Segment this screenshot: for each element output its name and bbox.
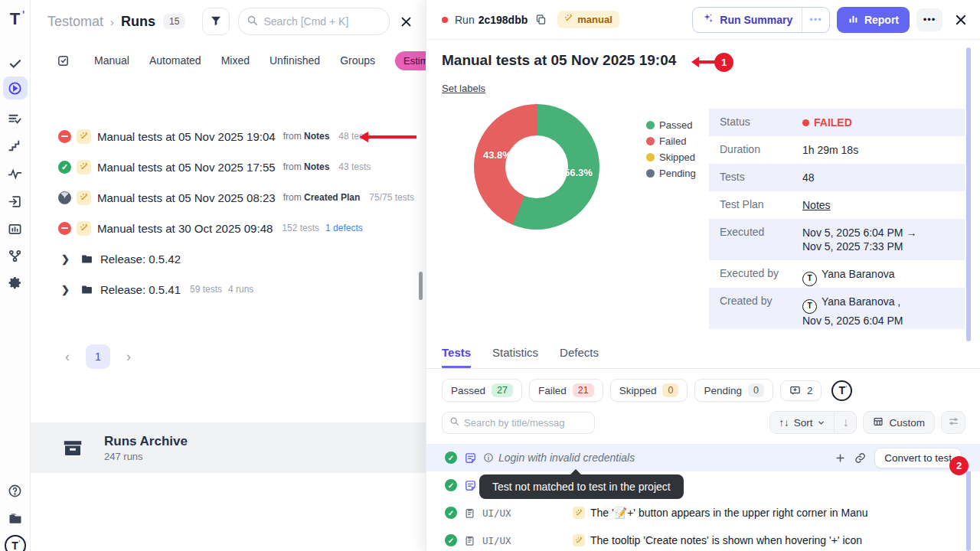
sort-direction-button[interactable]: ↓ (834, 412, 856, 433)
run-detail-panel: Run 2c198dbb manual Run Summary ••• Repo… (426, 0, 980, 551)
app-window: T' T' Testomat › Runs 15 Manual (0, 0, 980, 551)
user-avatar: T (802, 299, 817, 314)
test-row[interactable]: UI/UX The '📝+' button appears in the upp… (426, 499, 980, 527)
release-runs-count: 4 runs (228, 284, 253, 295)
sliders-icon (948, 416, 959, 430)
failed-percent-label: 43.8% (483, 149, 511, 161)
failed-dot-icon (442, 17, 448, 23)
pagination: ‹ 1 › (31, 343, 426, 370)
link-icon[interactable] (854, 452, 866, 464)
chip-failed[interactable]: Failed21 (529, 379, 603, 402)
breadcrumb-separator: › (110, 15, 114, 28)
user-avatar[interactable]: T' (3, 534, 28, 551)
chart-legend: Passed Failed Skipped Pending (646, 117, 696, 181)
copy-icon[interactable] (535, 14, 547, 25)
chip-pending[interactable]: Pending0 (694, 379, 773, 402)
chevron-right-icon[interactable]: ❯ (61, 284, 70, 295)
tab-manual[interactable]: Manual (94, 54, 129, 67)
list-scrollbar[interactable] (419, 272, 423, 300)
run-id: 2c198dbb (479, 14, 528, 26)
in-progress-status-icon (58, 191, 71, 204)
next-page-icon[interactable]: › (121, 349, 136, 365)
breadcrumb-app[interactable]: Testomat (47, 14, 103, 30)
set-labels-link[interactable]: Set labels (442, 83, 485, 94)
status-failed-value: FAILED (802, 109, 852, 129)
steps-nav-icon[interactable] (3, 135, 28, 158)
more-actions-button[interactable]: ••• (916, 8, 942, 31)
run-row[interactable]: Manual tests at 30 Oct 2025 09:48 152 te… (31, 213, 426, 243)
pending-count: 0 (748, 383, 764, 397)
display-settings-button[interactable] (941, 411, 965, 434)
add-icon[interactable] (835, 452, 846, 464)
test-list-nav-icon[interactable] (3, 107, 28, 130)
runs-archive[interactable]: Runs Archive 247 runs (31, 422, 426, 473)
prev-page-icon[interactable]: ‹ (60, 349, 75, 365)
note-icon (464, 452, 477, 465)
runs-nav-icon[interactable] (3, 77, 28, 99)
docs-folder-icon[interactable] (3, 507, 28, 530)
close-search-icon[interactable] (400, 15, 413, 28)
archive-count: 247 runs (104, 451, 188, 462)
chip-comments[interactable]: 2 (780, 380, 822, 401)
help-icon[interactable] (3, 479, 28, 502)
tab-defects[interactable]: Defects (560, 346, 599, 368)
tab-automated[interactable]: Automated (149, 54, 201, 67)
custom-view-button[interactable]: Custom (863, 411, 935, 434)
run-summary-more-icon[interactable]: ••• (802, 8, 829, 32)
legend-label: Passed (659, 119, 692, 131)
tests-search[interactable] (442, 412, 595, 434)
passed-count: 27 (492, 383, 513, 397)
run-title: Manual tests at 30 Oct 2025 09:48 (97, 222, 273, 235)
failed-status-icon (58, 222, 71, 235)
checks-nav-icon[interactable] (3, 52, 28, 75)
tests-search-input[interactable] (464, 417, 586, 429)
chip-skipped[interactable]: Skipped0 (610, 379, 688, 402)
global-search[interactable] (238, 8, 390, 35)
tab-tests[interactable]: Tests (442, 346, 471, 368)
search-icon (247, 15, 258, 29)
run-from-plan: Notes (304, 131, 329, 142)
estimate-badge[interactable]: Estim (395, 51, 426, 70)
run-row[interactable]: Manual tests at 05 Nov 2025 17:55 from N… (31, 152, 426, 182)
panel-scrollbar[interactable] (966, 47, 971, 341)
grid-icon (873, 416, 884, 429)
report-button[interactable]: Report (837, 7, 910, 33)
tab-statistics[interactable]: Statistics (492, 346, 538, 368)
tab-mixed[interactable]: Mixed (221, 54, 250, 67)
convert-to-test-button[interactable]: Convert to test (874, 448, 962, 468)
manual-type-badge: manual (557, 11, 619, 28)
page-number[interactable]: 1 (86, 344, 110, 369)
testomat-logo-icon[interactable]: T' (3, 8, 28, 31)
release-folder-row[interactable]: ❯ Release: 0.5.41 59 tests 4 runs (31, 274, 426, 305)
settings-nav-icon[interactable] (3, 272, 28, 295)
release-folder-row[interactable]: ❯ Release: 0.5.42 (31, 243, 426, 274)
test-row[interactable]: UI/UX The tooltip 'Create notes' is show… (426, 527, 980, 551)
chevron-right-icon[interactable]: ❯ (61, 253, 70, 265)
run-row[interactable]: Manual tests at 05 Nov 2025 08:23 from C… (31, 182, 426, 213)
release-tests-count: 59 tests (190, 284, 222, 295)
select-all-icon[interactable] (57, 54, 70, 67)
close-panel-icon[interactable] (954, 13, 968, 27)
tab-groups[interactable]: Groups (340, 54, 375, 67)
test-title: Login with invalid credentials (498, 452, 635, 464)
analytics-nav-icon[interactable] (3, 217, 28, 240)
branch-nav-icon[interactable] (3, 244, 28, 267)
legend-label: Pending (659, 168, 696, 179)
run-summary-button[interactable]: Run Summary ••• (692, 7, 830, 33)
run-list: Manual tests at 05 Nov 2025 19:04 from N… (31, 121, 426, 305)
global-search-input[interactable] (263, 15, 378, 28)
detail-row-tests: Tests 48 (709, 164, 965, 191)
run-defects-link[interactable]: 1 defects (325, 223, 363, 233)
chip-passed[interactable]: Passed27 (442, 379, 522, 402)
comment-plus-icon (789, 385, 801, 396)
sort-button[interactable]: ↑↓Sort (770, 417, 834, 429)
run-title: Manual tests at 05 Nov 2025 08:23 (97, 191, 276, 204)
activity-nav-icon[interactable] (3, 162, 28, 185)
tab-unfinished[interactable]: Unfinished (270, 54, 320, 67)
assignee-avatar[interactable]: T' (831, 380, 852, 401)
import-nav-icon[interactable] (3, 190, 28, 213)
sort-arrows-icon: ↑↓ (779, 417, 789, 429)
test-plan-link[interactable]: Notes (802, 191, 831, 212)
test-row[interactable]: Login with invalid credentials Convert t… (426, 444, 980, 471)
filter-button[interactable] (202, 8, 230, 35)
